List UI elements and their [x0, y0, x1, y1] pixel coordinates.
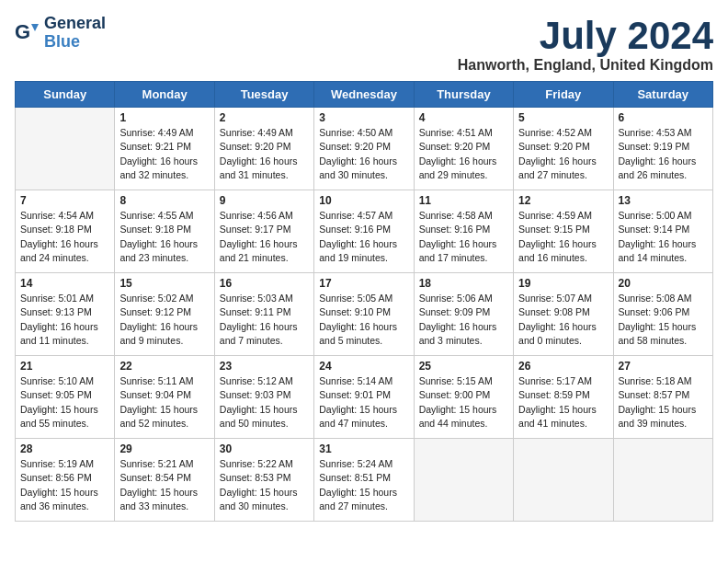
- day-info: Sunrise: 4:56 AMSunset: 9:17 PMDaylight:…: [220, 209, 309, 265]
- title-block: July 2024 Hanworth, England, United King…: [458, 15, 713, 74]
- calendar-cell: 13Sunrise: 5:00 AMSunset: 9:14 PMDayligh…: [613, 190, 712, 273]
- calendar-cell: 12Sunrise: 4:59 AMSunset: 9:15 PMDayligh…: [514, 190, 613, 273]
- day-info: Sunrise: 5:22 AMSunset: 8:53 PMDaylight:…: [220, 457, 309, 513]
- day-info: Sunrise: 5:12 AMSunset: 9:03 PMDaylight:…: [220, 374, 309, 431]
- day-info: Sunrise: 4:55 AMSunset: 9:18 PMDaylight:…: [119, 209, 209, 265]
- day-number: 18: [419, 277, 508, 290]
- day-info: Sunrise: 5:08 AMSunset: 9:06 PMDaylight:…: [619, 292, 708, 348]
- calendar-cell: [414, 439, 513, 522]
- logo-text: General Blue: [44, 15, 106, 52]
- calendar-table: SundayMondayTuesdayWednesdayThursdayFrid…: [15, 81, 713, 522]
- day-info: Sunrise: 4:50 AMSunset: 9:20 PMDaylight:…: [319, 126, 408, 182]
- day-info: Sunrise: 4:52 AMSunset: 9:20 PMDaylight:…: [518, 126, 608, 182]
- day-info: Sunrise: 4:58 AMSunset: 9:16 PMDaylight:…: [419, 209, 508, 265]
- day-info: Sunrise: 5:17 AMSunset: 8:59 PMDaylight:…: [518, 374, 608, 431]
- logo: G General Blue: [15, 15, 106, 52]
- day-info: Sunrise: 4:54 AMSunset: 9:18 PMDaylight:…: [20, 209, 109, 265]
- day-number: 9: [220, 194, 309, 207]
- calendar-cell: 7Sunrise: 4:54 AMSunset: 9:18 PMDaylight…: [16, 190, 115, 273]
- calendar-week-row: 7Sunrise: 4:54 AMSunset: 9:18 PMDaylight…: [16, 190, 713, 273]
- day-info: Sunrise: 5:06 AMSunset: 9:09 PMDaylight:…: [419, 292, 508, 348]
- weekday-header: Sunday: [16, 82, 115, 108]
- page-header: G General Blue July 2024 Hanworth, Engla…: [15, 15, 713, 74]
- weekday-header: Thursday: [414, 82, 513, 108]
- day-info: Sunrise: 4:51 AMSunset: 9:20 PMDaylight:…: [419, 126, 508, 182]
- calendar-week-row: 21Sunrise: 5:10 AMSunset: 9:05 PMDayligh…: [16, 356, 713, 439]
- day-info: Sunrise: 5:05 AMSunset: 9:10 PMDaylight:…: [319, 292, 408, 348]
- day-info: Sunrise: 5:03 AMSunset: 9:11 PMDaylight:…: [220, 292, 309, 348]
- calendar-week-row: 28Sunrise: 5:19 AMSunset: 8:56 PMDayligh…: [16, 439, 713, 522]
- calendar-cell: [613, 439, 712, 522]
- day-info: Sunrise: 4:59 AMSunset: 9:15 PMDaylight:…: [518, 209, 608, 265]
- day-number: 20: [619, 277, 708, 290]
- calendar-cell: 23Sunrise: 5:12 AMSunset: 9:03 PMDayligh…: [214, 356, 313, 439]
- day-info: Sunrise: 5:14 AMSunset: 9:01 PMDaylight:…: [319, 374, 408, 431]
- calendar-cell: 1Sunrise: 4:49 AMSunset: 9:21 PMDaylight…: [115, 108, 214, 190]
- calendar-cell: [514, 439, 613, 522]
- day-number: 19: [518, 277, 608, 290]
- calendar-cell: 4Sunrise: 4:51 AMSunset: 9:20 PMDaylight…: [414, 108, 513, 190]
- logo-icon: G: [15, 20, 40, 46]
- calendar-cell: 17Sunrise: 5:05 AMSunset: 9:10 PMDayligh…: [314, 273, 414, 356]
- day-number: 16: [220, 277, 309, 290]
- day-number: 31: [319, 442, 408, 455]
- day-number: 13: [619, 194, 708, 207]
- day-info: Sunrise: 5:21 AMSunset: 8:54 PMDaylight:…: [119, 457, 209, 513]
- location: Hanworth, England, United Kingdom: [458, 57, 713, 74]
- day-number: 3: [319, 111, 408, 124]
- day-info: Sunrise: 5:00 AMSunset: 9:14 PMDaylight:…: [619, 209, 708, 265]
- day-number: 11: [419, 194, 508, 207]
- calendar-cell: 26Sunrise: 5:17 AMSunset: 8:59 PMDayligh…: [514, 356, 613, 439]
- day-info: Sunrise: 5:01 AMSunset: 9:13 PMDaylight:…: [20, 292, 109, 348]
- day-number: 21: [20, 360, 109, 373]
- calendar-cell: 30Sunrise: 5:22 AMSunset: 8:53 PMDayligh…: [214, 439, 313, 522]
- day-info: Sunrise: 5:24 AMSunset: 8:51 PMDaylight:…: [319, 457, 408, 513]
- day-info: Sunrise: 5:19 AMSunset: 8:56 PMDaylight:…: [20, 457, 109, 513]
- calendar-cell: 10Sunrise: 4:57 AMSunset: 9:16 PMDayligh…: [314, 190, 414, 273]
- day-info: Sunrise: 4:57 AMSunset: 9:16 PMDaylight:…: [319, 209, 408, 265]
- day-number: 2: [220, 111, 309, 124]
- calendar-cell: 20Sunrise: 5:08 AMSunset: 9:06 PMDayligh…: [613, 273, 712, 356]
- calendar-cell: 22Sunrise: 5:11 AMSunset: 9:04 PMDayligh…: [115, 356, 214, 439]
- day-number: 23: [220, 360, 309, 373]
- day-info: Sunrise: 4:49 AMSunset: 9:21 PMDaylight:…: [119, 126, 209, 182]
- day-info: Sunrise: 5:10 AMSunset: 9:05 PMDaylight:…: [20, 374, 109, 431]
- day-number: 25: [419, 360, 508, 373]
- month-title: July 2024: [458, 15, 713, 57]
- day-number: 5: [518, 111, 608, 124]
- calendar-cell: 29Sunrise: 5:21 AMSunset: 8:54 PMDayligh…: [115, 439, 214, 522]
- day-number: 6: [619, 111, 708, 124]
- day-number: 14: [20, 277, 109, 290]
- calendar-cell: 18Sunrise: 5:06 AMSunset: 9:09 PMDayligh…: [414, 273, 513, 356]
- weekday-header: Wednesday: [314, 82, 414, 108]
- day-info: Sunrise: 5:18 AMSunset: 8:57 PMDaylight:…: [619, 374, 708, 431]
- calendar-cell: 11Sunrise: 4:58 AMSunset: 9:16 PMDayligh…: [414, 190, 513, 273]
- calendar-cell: 24Sunrise: 5:14 AMSunset: 9:01 PMDayligh…: [314, 356, 414, 439]
- day-info: Sunrise: 4:53 AMSunset: 9:19 PMDaylight:…: [619, 126, 708, 182]
- calendar-cell: 21Sunrise: 5:10 AMSunset: 9:05 PMDayligh…: [16, 356, 115, 439]
- day-info: Sunrise: 4:49 AMSunset: 9:20 PMDaylight:…: [220, 126, 309, 182]
- day-number: 24: [319, 360, 408, 373]
- calendar-week-row: 14Sunrise: 5:01 AMSunset: 9:13 PMDayligh…: [16, 273, 713, 356]
- calendar-cell: 2Sunrise: 4:49 AMSunset: 9:20 PMDaylight…: [214, 108, 313, 190]
- weekday-header: Friday: [514, 82, 613, 108]
- day-info: Sunrise: 5:02 AMSunset: 9:12 PMDaylight:…: [119, 292, 209, 348]
- calendar-cell: 28Sunrise: 5:19 AMSunset: 8:56 PMDayligh…: [16, 439, 115, 522]
- calendar-cell: 9Sunrise: 4:56 AMSunset: 9:17 PMDaylight…: [214, 190, 313, 273]
- day-number: 10: [319, 194, 408, 207]
- day-info: Sunrise: 5:11 AMSunset: 9:04 PMDaylight:…: [119, 374, 209, 431]
- day-info: Sunrise: 5:07 AMSunset: 9:08 PMDaylight:…: [518, 292, 608, 348]
- day-number: 15: [119, 277, 209, 290]
- day-number: 30: [220, 442, 309, 455]
- calendar-cell: 15Sunrise: 5:02 AMSunset: 9:12 PMDayligh…: [115, 273, 214, 356]
- calendar-cell: 6Sunrise: 4:53 AMSunset: 9:19 PMDaylight…: [613, 108, 712, 190]
- calendar-cell: 31Sunrise: 5:24 AMSunset: 8:51 PMDayligh…: [314, 439, 414, 522]
- calendar-cell: 27Sunrise: 5:18 AMSunset: 8:57 PMDayligh…: [613, 356, 712, 439]
- day-number: 27: [619, 360, 708, 373]
- day-number: 29: [119, 442, 209, 455]
- day-number: 4: [419, 111, 508, 124]
- day-number: 1: [119, 111, 209, 124]
- weekday-header-row: SundayMondayTuesdayWednesdayThursdayFrid…: [16, 82, 713, 108]
- day-number: 12: [518, 194, 608, 207]
- day-number: 22: [119, 360, 209, 373]
